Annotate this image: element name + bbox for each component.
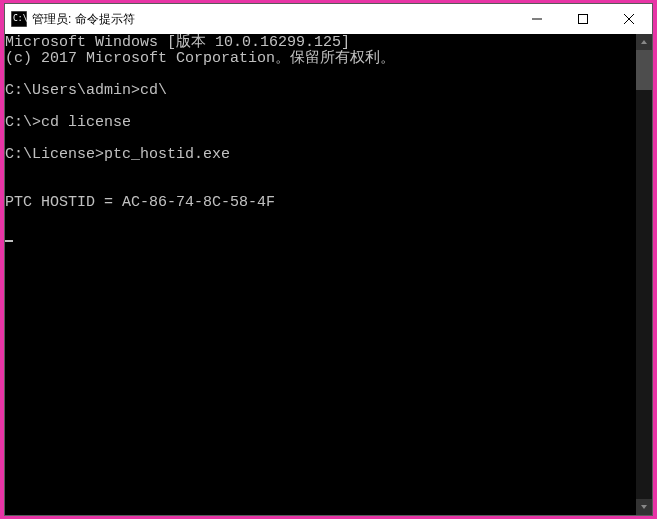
command-input: ptc_hostid.exe [104,146,230,163]
minimize-button[interactable] [514,4,560,34]
terminal-container: Microsoft Windows [版本 10.0.16299.125] (c… [5,34,652,515]
copyright-line: (c) 2017 Microsoft Corporation。保留所有权利。 [5,50,395,67]
close-button[interactable] [606,4,652,34]
scroll-down-button[interactable] [636,499,652,515]
svg-marker-7 [641,505,647,509]
terminal-output[interactable]: Microsoft Windows [版本 10.0.16299.125] (c… [5,34,636,515]
prompt: C:\Users\admin> [5,82,140,99]
maximize-button[interactable] [560,4,606,34]
titlebar[interactable]: C:\ 管理员: 命令提示符 [5,4,652,34]
scroll-thumb[interactable] [636,50,652,90]
version-line: Microsoft Windows [版本 10.0.16299.125] [5,34,350,51]
scrollbar[interactable] [636,34,652,515]
prompt: C:\License> [5,146,104,163]
command-input: cd\ [140,82,167,99]
svg-rect-3 [579,15,588,24]
command-input: cd license [41,114,131,131]
svg-text:C:\: C:\ [13,14,27,23]
scroll-track[interactable] [636,50,652,499]
command-prompt-window: C:\ 管理员: 命令提示符 Microsoft Windows [版本 10.… [4,3,653,516]
window-title: 管理员: 命令提示符 [32,11,514,28]
cmd-icon: C:\ [11,11,27,27]
terminal-cursor [5,240,13,242]
scroll-up-button[interactable] [636,34,652,50]
window-controls [514,4,652,34]
output-hostid: PTC HOSTID = AC-86-74-8C-58-4F [5,194,275,211]
svg-marker-6 [641,40,647,44]
prompt: C:\> [5,114,41,131]
